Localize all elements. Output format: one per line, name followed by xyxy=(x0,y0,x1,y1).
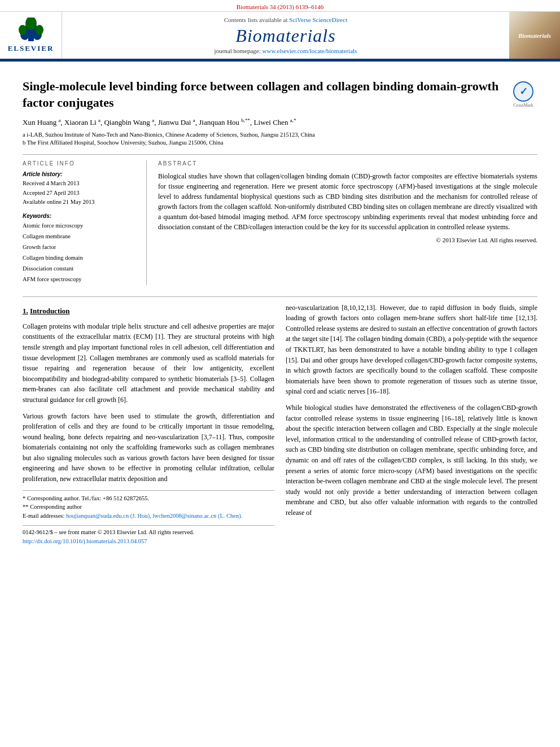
intro-paragraph-2: Various growth factors have been used to… xyxy=(23,411,274,484)
section-1-title: 1. Introduction xyxy=(23,305,274,317)
homepage-line: journal homepage: www.elsevier.com/locat… xyxy=(215,47,357,54)
intro-right-paragraph-2: While biological studies have demonstrat… xyxy=(286,403,537,518)
elsevier-wordmark: ELSEVIER xyxy=(8,44,54,53)
journal-citation-bar: Biomaterials 34 (2013) 6139–6146 xyxy=(0,0,560,12)
keywords-list: Atomic force microscopy Collagen membran… xyxy=(23,221,138,285)
accepted-date: Accepted 27 April 2013 xyxy=(23,189,138,198)
received-date: Received 4 March 2013 xyxy=(23,179,138,189)
abstract-body: Biological studies have shown that colla… xyxy=(158,171,537,245)
license-text: 0142-9612/$ – see front matter © 2013 El… xyxy=(23,528,274,537)
article-title-section: Single-molecule level binding force betw… xyxy=(23,73,537,111)
footnote-email: E-mail addresses: houjianquan@suda.edu.c… xyxy=(23,512,274,521)
journal-cover-thumbnail: Biomaterials xyxy=(509,12,560,59)
article-title-container: Single-molecule level binding force betw… xyxy=(23,78,501,111)
doi-bar: 0142-9612/$ – see front matter © 2013 El… xyxy=(23,525,274,546)
authors-line: Xun Huang a, Xiaoran Li a, Qiangbin Wang… xyxy=(23,117,537,127)
footnote-bar: * Corresponding author. Tel./fax: +86 51… xyxy=(23,490,274,521)
keyword-5: Dissociation constant xyxy=(23,264,138,274)
body-content: 1. Introduction Collagen proteins with m… xyxy=(23,296,537,546)
keyword-2: Collagen membrane xyxy=(23,231,138,242)
keyword-3: Growth factor xyxy=(23,242,138,253)
doi-link[interactable]: http://dx.doi.org/10.1016/j.biomaterials… xyxy=(23,537,274,546)
article-history-label: Article history: xyxy=(23,171,138,177)
crossmark-icon: ✓ xyxy=(513,81,533,102)
intro-right-paragraph-1: neo-vascularization [8,10,12,13]. Howeve… xyxy=(286,303,537,397)
body-right-column: neo-vascularization [8,10,12,13]. Howeve… xyxy=(286,303,537,546)
article-dates: Received 4 March 2013 Accepted 27 April … xyxy=(23,179,138,207)
journal-header: ELSEVIER Contents lists available at Sci… xyxy=(0,12,560,60)
svg-point-4 xyxy=(19,25,27,35)
elsevier-logo-container: ELSEVIER xyxy=(0,12,62,59)
article-info-heading: ARTICLE INFO xyxy=(23,160,138,167)
affiliation-b: b The First Affiliated Hospital, Soochow… xyxy=(23,139,537,147)
footnote-corresponding-2: ** Corresponding author xyxy=(23,503,274,512)
journal-citation: Biomaterials 34 (2013) 6139–6146 xyxy=(237,3,323,10)
affiliations: a i-LAB, Suzhou Institute of Nano-Tech a… xyxy=(23,131,537,147)
keyword-1: Atomic force microscopy xyxy=(23,221,138,231)
keywords-label: Keywords: xyxy=(23,213,138,219)
sciverse-link[interactable]: SciVerse ScienceDirect xyxy=(289,16,347,23)
svg-point-5 xyxy=(36,25,43,35)
main-content: Single-molecule level binding force betw… xyxy=(0,62,560,557)
crossmark-label: CrossMark xyxy=(513,103,533,108)
crossmark-badge[interactable]: ✓ CrossMark xyxy=(509,81,537,108)
sciverse-label: Contents lists available at SciVerse Sci… xyxy=(224,16,347,23)
article-info-abstract-row: ARTICLE INFO Article history: Received 4… xyxy=(23,154,537,285)
elsevier-tree-icon xyxy=(17,18,45,43)
homepage-link[interactable]: www.elsevier.com/locate/biomaterials xyxy=(262,47,357,54)
copyright-notice: © 2013 Elsevier Ltd. All rights reserved… xyxy=(158,235,537,245)
affiliation-a: a i-LAB, Suzhou Institute of Nano-Tech a… xyxy=(23,131,537,139)
footnote-corresponding-1: * Corresponding author. Tel./fax: +86 51… xyxy=(23,494,274,503)
email-addresses[interactable]: houjianquan@suda.edu.cn (J. Hou), lwchen… xyxy=(66,513,242,519)
available-date: Available online 21 May 2013 xyxy=(23,198,138,207)
email-label: E-mail addresses: xyxy=(23,513,64,519)
keyword-6: AFM force spectroscopy xyxy=(23,274,138,285)
article-title: Single-molecule level binding force betw… xyxy=(23,78,501,111)
abstract-heading: ABSTRACT xyxy=(158,160,537,167)
intro-paragraph-1: Collagen proteins with modular triple he… xyxy=(23,321,274,405)
article-info-panel: ARTICLE INFO Article history: Received 4… xyxy=(23,160,147,285)
journal-title-center: Contents lists available at SciVerse Sci… xyxy=(62,12,509,59)
body-left-column: 1. Introduction Collagen proteins with m… xyxy=(23,303,274,546)
journal-cover-text: Biomaterials xyxy=(518,32,551,39)
journal-name: Biomaterials xyxy=(235,25,335,46)
elsevier-logo: ELSEVIER xyxy=(8,18,54,53)
abstract-panel: ABSTRACT Biological studies have shown t… xyxy=(158,160,537,285)
keyword-4: Collagen binding domain xyxy=(23,253,138,264)
